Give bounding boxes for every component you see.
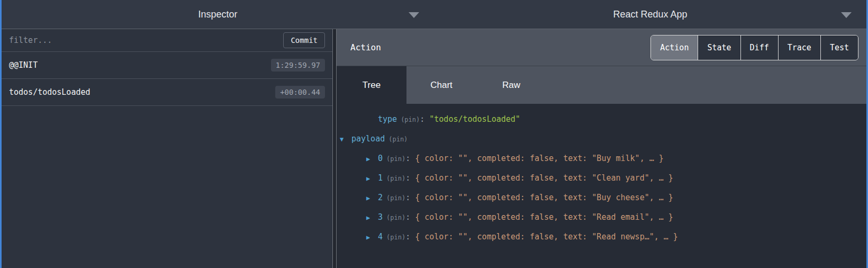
subtab-raw[interactable]: Raw <box>476 66 546 104</box>
action-name: todos/todosLoaded <box>9 87 91 97</box>
tree-row-4[interactable]: ▶4(pin):{ color: "", completed: false, t… <box>337 227 866 247</box>
inspector-monitor-selector[interactable]: Inspector <box>2 0 434 29</box>
tree-row-3[interactable]: ▶3(pin):{ color: "", completed: false, t… <box>337 208 866 227</box>
detail-header-label: Action <box>350 42 381 52</box>
subtab-chart[interactable]: Chart <box>406 66 476 104</box>
expand-arrow-icon[interactable]: ▶ <box>366 149 378 169</box>
json-tree: type(pin):"todos/todosLoaded"▼payload(pi… <box>337 104 866 268</box>
action-list-item[interactable]: todos/todosLoaded +00:00.44 <box>2 79 332 106</box>
expand-arrow-icon[interactable]: ▶ <box>366 208 378 228</box>
dropdown-arrow-icon[interactable] <box>841 12 852 18</box>
colon: : <box>405 232 410 242</box>
pin-link[interactable]: (pin) <box>386 234 405 241</box>
colon: : <box>405 173 410 183</box>
tree-row-1[interactable]: ▶1(pin):{ color: "", completed: false, t… <box>337 168 866 188</box>
tab-action[interactable]: Action <box>651 35 698 60</box>
expand-arrow-icon[interactable]: ▶ <box>366 189 378 208</box>
pin-link[interactable]: (pin) <box>401 116 420 123</box>
redux-devtools-window: Inspector React Redux App Commit @@INIT … <box>0 0 868 268</box>
tree-value: { color: "", completed: false, text: "Bu… <box>415 154 664 163</box>
expand-arrow-icon[interactable]: ▶ <box>366 228 378 247</box>
tree-row-payload[interactable]: ▼payload(pin) <box>337 129 866 149</box>
tree-value: { color: "", completed: false, text: "Cl… <box>415 173 673 183</box>
tree-row-type[interactable]: type(pin):"todos/todosLoaded" <box>337 110 866 129</box>
tree-key[interactable]: payload <box>351 134 385 144</box>
tree-row-2[interactable]: ▶2(pin):{ color: "", completed: false, t… <box>337 188 866 208</box>
filter-input[interactable] <box>9 35 283 45</box>
commit-button[interactable]: Commit <box>283 32 325 48</box>
action-time-badge: +00:00.44 <box>275 86 325 99</box>
tree-value: { color: "", completed: false, text: "Re… <box>415 212 673 222</box>
filter-row: Commit <box>2 29 332 52</box>
instance-title: React Redux App <box>613 9 687 20</box>
tab-group: ActionStateDiffTraceTest <box>650 35 858 60</box>
pin-link[interactable]: (pin) <box>388 136 408 143</box>
tree-row-0[interactable]: ▶0(pin):{ color: "", completed: false, t… <box>337 149 866 168</box>
pin-link[interactable]: (pin) <box>386 214 405 221</box>
expand-arrow-icon[interactable]: ▶ <box>366 169 378 189</box>
tab-test[interactable]: Test <box>820 35 858 60</box>
dropdown-arrow-icon[interactable] <box>409 12 419 18</box>
action-list-item[interactable]: @@INIT 1:29:59.97 <box>2 52 332 79</box>
tree-key[interactable]: 2 <box>378 193 383 202</box>
pin-link[interactable]: (pin) <box>386 175 405 182</box>
colon: : <box>405 212 410 222</box>
panel-resize-handle[interactable] <box>332 29 337 268</box>
collapse-arrow-icon[interactable]: ▼ <box>340 130 351 149</box>
tree-value: { color: "", completed: false, text: "Bu… <box>415 193 673 202</box>
action-name: @@INIT <box>9 60 38 70</box>
action-time-badge: 1:29:59.97 <box>271 59 325 72</box>
tree-value: { color: "", completed: false, text: "Re… <box>415 232 678 242</box>
colon: : <box>405 154 410 163</box>
action-detail-panel: Action ActionStateDiffTraceTest TreeChar… <box>337 29 866 268</box>
action-list-panel: Commit @@INIT 1:29:59.97 todos/todosLoad… <box>2 29 332 268</box>
tree-key[interactable]: type <box>378 114 397 124</box>
tree-key[interactable]: 4 <box>378 232 383 242</box>
colon: : <box>405 193 410 202</box>
tab-state[interactable]: State <box>698 35 740 60</box>
tab-trace[interactable]: Trace <box>778 35 820 60</box>
tab-diff[interactable]: Diff <box>740 35 778 60</box>
monitor-title: Inspector <box>198 9 237 20</box>
action-list: @@INIT 1:29:59.97 todos/todosLoaded +00:… <box>2 52 332 268</box>
pin-link[interactable]: (pin) <box>386 155 405 163</box>
pin-link[interactable]: (pin) <box>386 194 405 202</box>
tree-key[interactable]: 3 <box>378 212 383 222</box>
tree-value: "todos/todosLoaded" <box>429 114 520 124</box>
main-split: Commit @@INIT 1:29:59.97 todos/todosLoad… <box>2 29 866 268</box>
instance-selector[interactable]: React Redux App <box>434 0 866 29</box>
colon: : <box>420 114 424 124</box>
tree-key[interactable]: 1 <box>378 173 383 183</box>
top-bar: Inspector React Redux App <box>2 0 866 29</box>
subtab-bar: TreeChartRaw <box>337 66 866 104</box>
subtab-tree[interactable]: Tree <box>337 66 406 104</box>
detail-header: Action ActionStateDiffTraceTest <box>337 29 866 66</box>
tree-key[interactable]: 0 <box>378 154 383 163</box>
